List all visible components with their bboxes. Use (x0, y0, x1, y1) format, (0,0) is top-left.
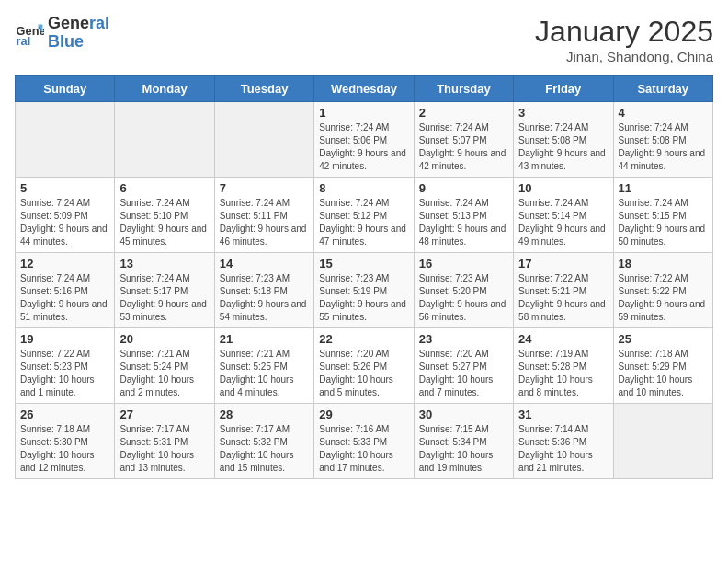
day-number: 25 (619, 332, 708, 346)
day-number: 1 (319, 106, 408, 120)
calendar-cell: 3Sunrise: 7:24 AM Sunset: 5:08 PM Daylig… (514, 102, 613, 178)
calendar-cell: 8Sunrise: 7:24 AM Sunset: 5:12 PM Daylig… (314, 178, 414, 253)
calendar-week-2: 5Sunrise: 7:24 AM Sunset: 5:09 PM Daylig… (16, 178, 713, 253)
day-number: 13 (119, 257, 209, 270)
calendar-cell: 5Sunrise: 7:24 AM Sunset: 5:09 PM Daylig… (16, 178, 115, 253)
day-info: Sunrise: 7:20 AM Sunset: 5:27 PM Dayligh… (419, 348, 508, 399)
calendar-table: SundayMondayTuesdayWednesdayThursdayFrid… (15, 75, 713, 479)
day-number: 29 (319, 408, 408, 421)
day-number: 30 (419, 408, 508, 421)
day-info: Sunrise: 7:14 AM Sunset: 5:36 PM Dayligh… (518, 423, 608, 475)
calendar-cell: 2Sunrise: 7:24 AM Sunset: 5:07 PM Daylig… (414, 102, 513, 178)
calendar-cell: 27Sunrise: 7:17 AM Sunset: 5:31 PM Dayli… (115, 404, 214, 479)
day-number: 9 (419, 181, 508, 195)
title-block: January 2025 Jinan, Shandong, China (535, 15, 713, 64)
day-info: Sunrise: 7:16 AM Sunset: 5:33 PM Dayligh… (319, 423, 408, 475)
day-number: 16 (419, 257, 508, 270)
logo: Gene ral General Blue (15, 15, 109, 52)
day-number: 5 (20, 181, 109, 195)
calendar-cell: 29Sunrise: 7:16 AM Sunset: 5:33 PM Dayli… (314, 404, 414, 479)
day-number: 12 (20, 257, 109, 270)
day-header-monday: Monday (115, 76, 214, 102)
day-info: Sunrise: 7:17 AM Sunset: 5:32 PM Dayligh… (220, 423, 309, 475)
svg-text:ral: ral (17, 34, 31, 48)
day-number: 31 (518, 408, 608, 421)
day-info: Sunrise: 7:24 AM Sunset: 5:10 PM Dayligh… (119, 197, 209, 248)
calendar-cell: 4Sunrise: 7:24 AM Sunset: 5:08 PM Daylig… (613, 102, 712, 178)
calendar-cell (214, 102, 313, 178)
day-number: 19 (20, 332, 109, 346)
day-number: 23 (419, 332, 508, 346)
calendar-week-1: 1Sunrise: 7:24 AM Sunset: 5:06 PM Daylig… (16, 102, 713, 178)
calendar-cell: 11Sunrise: 7:24 AM Sunset: 5:15 PM Dayli… (613, 178, 712, 253)
calendar-header-row: SundayMondayTuesdayWednesdayThursdayFrid… (16, 76, 713, 102)
calendar-cell: 7Sunrise: 7:24 AM Sunset: 5:11 PM Daylig… (214, 178, 313, 253)
day-number: 27 (119, 408, 209, 421)
day-number: 8 (319, 181, 408, 195)
calendar-week-4: 19Sunrise: 7:22 AM Sunset: 5:23 PM Dayli… (16, 328, 713, 404)
calendar-cell (115, 102, 214, 178)
day-info: Sunrise: 7:23 AM Sunset: 5:19 PM Dayligh… (319, 272, 408, 324)
day-info: Sunrise: 7:20 AM Sunset: 5:26 PM Dayligh… (319, 348, 408, 399)
day-info: Sunrise: 7:24 AM Sunset: 5:06 PM Dayligh… (319, 121, 408, 173)
calendar-cell: 21Sunrise: 7:21 AM Sunset: 5:25 PM Dayli… (214, 328, 313, 404)
page-title: January 2025 (535, 15, 713, 49)
calendar-cell: 26Sunrise: 7:18 AM Sunset: 5:30 PM Dayli… (16, 404, 115, 479)
day-number: 28 (220, 408, 309, 421)
day-info: Sunrise: 7:24 AM Sunset: 5:08 PM Dayligh… (518, 121, 608, 173)
calendar-week-3: 12Sunrise: 7:24 AM Sunset: 5:16 PM Dayli… (16, 253, 713, 328)
day-info: Sunrise: 7:24 AM Sunset: 5:13 PM Dayligh… (419, 197, 508, 248)
calendar-cell: 19Sunrise: 7:22 AM Sunset: 5:23 PM Dayli… (16, 328, 115, 404)
day-info: Sunrise: 7:18 AM Sunset: 5:30 PM Dayligh… (20, 423, 109, 475)
calendar-cell: 24Sunrise: 7:19 AM Sunset: 5:28 PM Dayli… (514, 328, 613, 404)
calendar-cell: 31Sunrise: 7:14 AM Sunset: 5:36 PM Dayli… (514, 404, 613, 479)
day-info: Sunrise: 7:24 AM Sunset: 5:17 PM Dayligh… (119, 272, 209, 324)
day-info: Sunrise: 7:24 AM Sunset: 5:07 PM Dayligh… (419, 121, 508, 173)
page-header: Gene ral General Blue January 2025 Jinan… (15, 15, 713, 64)
calendar-cell: 18Sunrise: 7:22 AM Sunset: 5:22 PM Dayli… (613, 253, 712, 328)
day-number: 2 (419, 106, 508, 120)
day-number: 4 (619, 106, 708, 120)
day-header-friday: Friday (514, 76, 613, 102)
calendar-cell: 17Sunrise: 7:22 AM Sunset: 5:21 PM Dayli… (514, 253, 613, 328)
calendar-cell: 28Sunrise: 7:17 AM Sunset: 5:32 PM Dayli… (214, 404, 313, 479)
day-header-wednesday: Wednesday (314, 76, 414, 102)
calendar-cell: 12Sunrise: 7:24 AM Sunset: 5:16 PM Dayli… (16, 253, 115, 328)
calendar-week-5: 26Sunrise: 7:18 AM Sunset: 5:30 PM Dayli… (16, 404, 713, 479)
day-number: 11 (619, 181, 708, 195)
day-info: Sunrise: 7:24 AM Sunset: 5:11 PM Dayligh… (220, 197, 309, 248)
day-number: 18 (619, 257, 708, 270)
day-number: 17 (518, 257, 608, 270)
day-number: 15 (319, 257, 408, 270)
day-info: Sunrise: 7:19 AM Sunset: 5:28 PM Dayligh… (518, 348, 608, 399)
day-header-saturday: Saturday (613, 76, 712, 102)
logo-text: General Blue (48, 15, 109, 52)
calendar-cell: 22Sunrise: 7:20 AM Sunset: 5:26 PM Dayli… (314, 328, 414, 404)
calendar-cell: 25Sunrise: 7:18 AM Sunset: 5:29 PM Dayli… (613, 328, 712, 404)
day-number: 20 (119, 332, 209, 346)
day-number: 24 (518, 332, 608, 346)
calendar-cell: 14Sunrise: 7:23 AM Sunset: 5:18 PM Dayli… (214, 253, 313, 328)
day-info: Sunrise: 7:21 AM Sunset: 5:25 PM Dayligh… (220, 348, 309, 399)
day-number: 14 (220, 257, 309, 270)
calendar-cell: 20Sunrise: 7:21 AM Sunset: 5:24 PM Dayli… (115, 328, 214, 404)
page-subtitle: Jinan, Shandong, China (535, 49, 713, 64)
day-number: 10 (518, 181, 608, 195)
day-info: Sunrise: 7:22 AM Sunset: 5:22 PM Dayligh… (619, 272, 708, 324)
day-info: Sunrise: 7:15 AM Sunset: 5:34 PM Dayligh… (419, 423, 508, 475)
day-number: 22 (319, 332, 408, 346)
calendar-cell: 6Sunrise: 7:24 AM Sunset: 5:10 PM Daylig… (115, 178, 214, 253)
day-info: Sunrise: 7:24 AM Sunset: 5:09 PM Dayligh… (20, 197, 109, 248)
calendar-cell: 23Sunrise: 7:20 AM Sunset: 5:27 PM Dayli… (414, 328, 513, 404)
day-number: 21 (220, 332, 309, 346)
calendar-cell: 16Sunrise: 7:23 AM Sunset: 5:20 PM Dayli… (414, 253, 513, 328)
day-info: Sunrise: 7:24 AM Sunset: 5:12 PM Dayligh… (319, 197, 408, 248)
day-info: Sunrise: 7:24 AM Sunset: 5:15 PM Dayligh… (619, 197, 708, 248)
day-info: Sunrise: 7:23 AM Sunset: 5:18 PM Dayligh… (220, 272, 309, 324)
day-info: Sunrise: 7:22 AM Sunset: 5:23 PM Dayligh… (20, 348, 109, 399)
day-number: 7 (220, 181, 309, 195)
day-number: 3 (518, 106, 608, 120)
day-header-thursday: Thursday (414, 76, 513, 102)
day-header-sunday: Sunday (16, 76, 115, 102)
day-number: 6 (119, 181, 209, 195)
